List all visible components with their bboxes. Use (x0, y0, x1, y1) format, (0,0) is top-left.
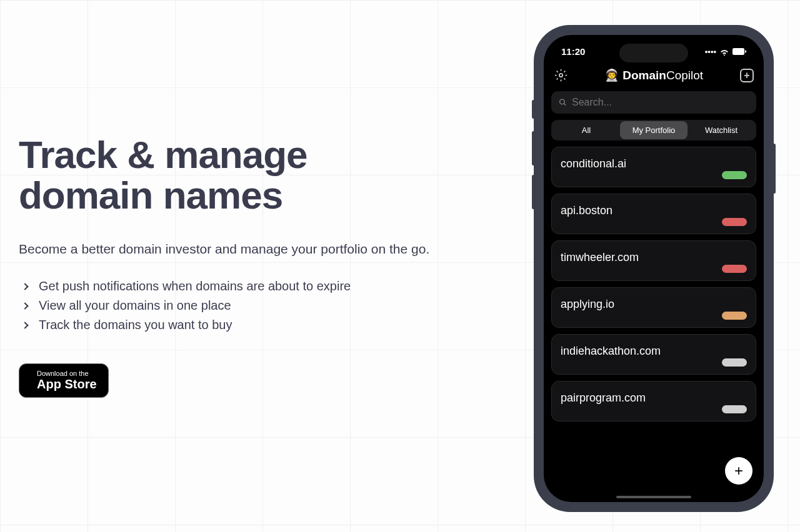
search-icon (559, 98, 567, 107)
svg-point-2 (559, 74, 562, 77)
home-indicator (616, 496, 691, 498)
dynamic-island (619, 44, 688, 62)
add-button[interactable]: + (740, 69, 754, 82)
domain-card[interactable]: api.boston (551, 194, 756, 234)
feature-text: View all your domains in one place (39, 298, 231, 313)
subheadline: Become a better domain investor and mana… (19, 242, 450, 257)
fab-add-button[interactable]: + (725, 457, 752, 485)
domain-name: applying.io (561, 298, 747, 311)
phone-side-button (772, 144, 776, 194)
tab-my-portfolio[interactable]: My Portfolio (620, 121, 688, 139)
app-title: 👨‍🚀 DomainCopilot (604, 68, 703, 82)
chevron-right-icon (21, 283, 28, 290)
phone-mockup: 11:20 •••• 👨‍🚀 DomainCopilot + (534, 25, 774, 512)
feature-item: Get push notifications when domains are … (19, 279, 450, 293)
phone-side-button (532, 131, 535, 165)
status-pill (722, 405, 747, 413)
tab-all[interactable]: All (552, 121, 620, 139)
domain-name: timwheeler.com (561, 251, 747, 264)
status-pill (722, 312, 747, 320)
feature-item: Track the domains you want to buy (19, 318, 450, 332)
search-bar[interactable] (551, 91, 756, 114)
domain-name: conditional.ai (561, 157, 747, 170)
gear-icon[interactable] (554, 69, 568, 82)
appstore-download-button[interactable]: Download on the App Store (19, 363, 109, 398)
domain-card[interactable]: timwheeler.com (551, 240, 756, 281)
app-logo-icon: 👨‍🚀 (604, 69, 622, 82)
domain-card[interactable]: pairprogram.com (551, 381, 756, 421)
svg-rect-0 (732, 48, 744, 55)
chevron-right-icon (21, 302, 28, 309)
headline-line1: Track & manage (19, 133, 308, 176)
hero-content: Track & manage domain names Become a bet… (0, 134, 450, 398)
page-headline: Track & manage domain names (19, 134, 450, 215)
status-pill (722, 218, 747, 226)
battery-icon (732, 48, 746, 55)
search-input[interactable] (572, 97, 749, 108)
signal-icon: •••• (705, 47, 716, 56)
svg-point-3 (560, 99, 565, 104)
appstore-big-text: App Store (37, 377, 97, 391)
chevron-right-icon (21, 322, 28, 328)
wifi-icon (719, 48, 729, 56)
domain-name: indiehackathon.com (561, 345, 747, 358)
svg-rect-1 (745, 51, 746, 53)
domain-card[interactable]: applying.io (551, 287, 756, 328)
segmented-control: All My Portfolio Watchlist (551, 120, 756, 140)
domain-name: api.boston (561, 204, 747, 217)
domain-card[interactable]: indiehackathon.com (551, 334, 756, 375)
status-pill (722, 358, 747, 367)
headline-line2: domain names (19, 174, 282, 217)
feature-text: Track the domains you want to buy (39, 318, 232, 332)
status-pill (722, 171, 747, 179)
feature-text: Get push notifications when domains are … (39, 279, 351, 293)
tab-watchlist[interactable]: Watchlist (688, 121, 755, 139)
svg-line-4 (564, 104, 566, 106)
phone-side-button (532, 100, 535, 119)
status-time: 11:20 (561, 46, 585, 57)
appstore-small-text: Download on the (37, 370, 97, 377)
feature-list: Get push notifications when domains are … (19, 279, 450, 332)
domain-name: pairprogram.com (561, 392, 747, 405)
app-title-light: Copilot (666, 69, 703, 82)
phone-side-button (532, 175, 535, 209)
status-icons: •••• (705, 46, 746, 57)
domain-card[interactable]: conditional.ai (551, 147, 756, 187)
app-title-bold: Domain (622, 69, 666, 82)
domain-list: conditional.ai api.boston timwheeler.com… (544, 147, 764, 421)
status-pill (722, 265, 747, 273)
feature-item: View all your domains in one place (19, 298, 450, 313)
